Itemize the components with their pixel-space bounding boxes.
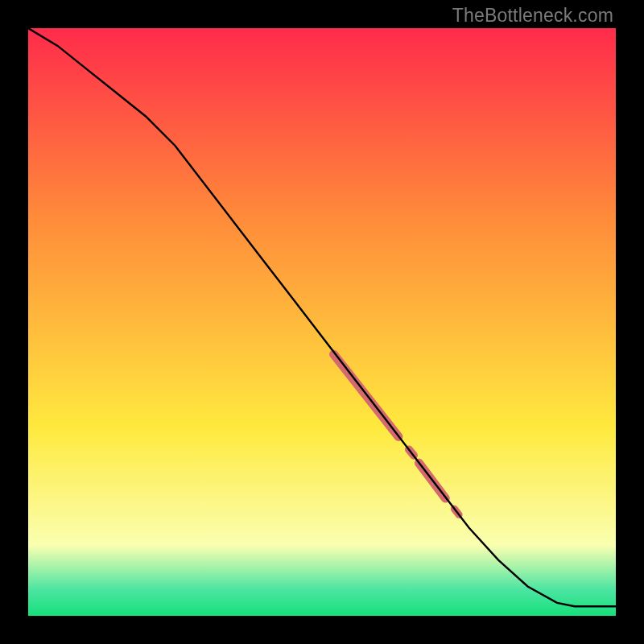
chart-frame: TheBottleneck.com [0,0,644,644]
main-curve [28,28,616,606]
plot-area [28,28,616,616]
watermark-text: TheBottleneck.com [452,5,613,27]
chart-lines [28,28,616,616]
